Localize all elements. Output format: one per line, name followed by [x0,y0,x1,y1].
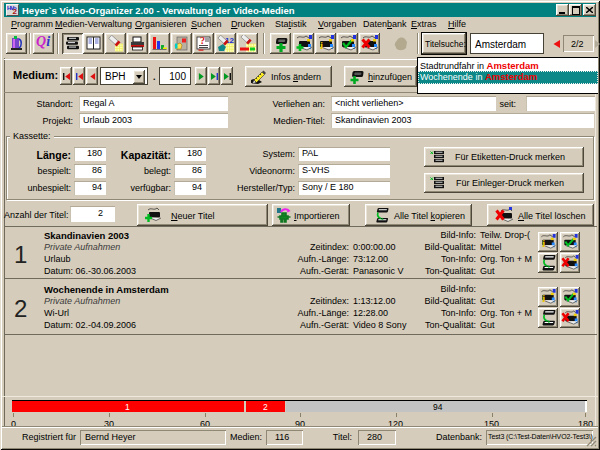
svg-text:i: i [542,293,545,304]
svg-text:i: i [542,238,545,249]
svg-text:i: i [320,39,323,51]
svg-text:?: ? [200,35,205,46]
